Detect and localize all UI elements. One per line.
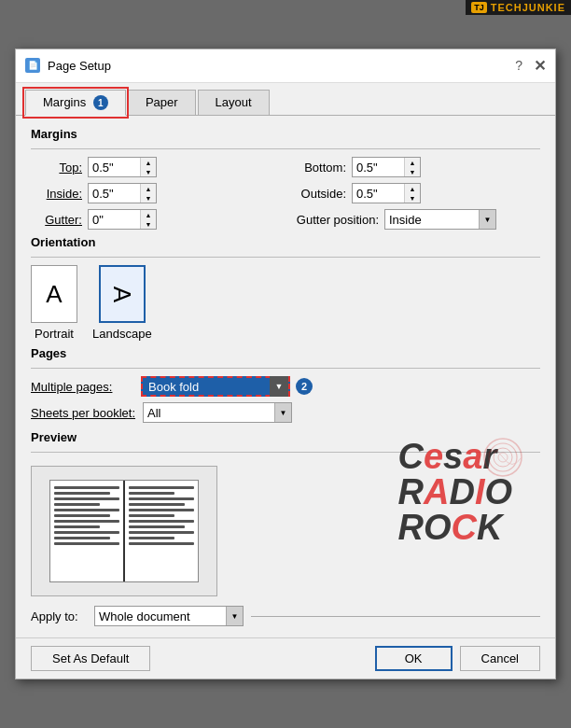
title-bar: 📄 Page Setup ? ✕ — [16, 49, 555, 83]
top-label: Top: — [31, 161, 82, 175]
inside-input[interactable] — [89, 184, 140, 203]
top-spin-up[interactable]: ▲ — [141, 158, 156, 167]
apply-to-label: Apply to: — [31, 609, 87, 623]
landscape-box: A — [99, 265, 146, 323]
watermark-line3: ROCK — [398, 510, 512, 545]
apply-divider-line — [251, 616, 540, 617]
tab-layout[interactable]: Layout — [198, 90, 270, 117]
multiple-pages-dropdown[interactable]: Book fold ▼ — [141, 376, 290, 397]
outside-spin-up[interactable]: ▲ — [405, 184, 420, 193]
page-setup-dialog: 📄 Page Setup ? ✕ Margins 1 Paper Layout — [15, 49, 556, 680]
apply-to-arrow: ▼ — [226, 607, 243, 625]
outside-spin[interactable]: ▲ ▼ — [352, 183, 421, 203]
tab-paper[interactable]: Paper — [128, 90, 196, 117]
help-button[interactable]: ? — [515, 58, 522, 73]
bottom-margin-row: Bottom: ▲ ▼ — [295, 157, 540, 177]
tab-bar: Margins 1 Paper Layout — [16, 83, 555, 116]
margins-form: Top: ▲ ▼ Bottom: ▲ — [31, 157, 540, 230]
dialog-icon: 📄 — [25, 58, 40, 73]
portrait-icon: A — [46, 280, 62, 309]
top-margin-row: Top: ▲ ▼ — [31, 157, 276, 177]
gutter-spin[interactable]: ▲ ▼ — [88, 209, 157, 230]
preview-box — [31, 466, 217, 596]
orientation-section: Orientation A Portrait A Landscape — [31, 235, 540, 341]
sheets-per-booklet-row: Sheets per booklet: All ▼ — [31, 402, 540, 423]
gutter-label: Gutter: — [31, 213, 82, 227]
top-spin[interactable]: ▲ ▼ — [88, 157, 157, 177]
watermark: Cesar RADIO ROCK — [398, 439, 512, 545]
bottom-spin-down[interactable]: ▼ — [405, 167, 420, 176]
apply-to-row: Apply to: Whole document This section Th… — [31, 606, 540, 626]
apply-to-select[interactable]: Whole document This section This point f… — [95, 607, 226, 625]
logo-icon: TJ — [471, 2, 487, 13]
orientation-options: A Portrait A Landscape — [31, 265, 540, 341]
bottom-input[interactable] — [353, 158, 404, 176]
landscape-option[interactable]: A Landscape — [92, 265, 152, 341]
pages-title: Pages — [31, 346, 540, 360]
book-preview — [49, 480, 199, 582]
margins-section-title: Margins — [31, 127, 540, 141]
inside-label: Inside: — [31, 187, 82, 201]
gutter-spin-down[interactable]: ▼ — [141, 219, 156, 229]
pages-badge-2: 2 — [296, 378, 313, 395]
inside-margin-row: Inside: ▲ ▼ — [31, 183, 276, 203]
gutter-position-arrow: ▼ — [479, 210, 495, 229]
fingerprint-icon — [480, 434, 526, 481]
ok-cancel-group: OK Cancel — [375, 646, 540, 671]
tab-badge-1: 1 — [93, 95, 108, 110]
bottom-label: Bottom: — [295, 161, 346, 175]
top-bar: TJ TECHJUNKIE — [466, 0, 571, 15]
bottom-spin[interactable]: ▲ ▼ — [352, 157, 421, 177]
landscape-label: Landscape — [92, 327, 152, 341]
orientation-title: Orientation — [31, 235, 540, 249]
landscape-icon: A — [107, 287, 136, 302]
top-input[interactable] — [89, 158, 140, 176]
multiple-pages-label: Multiple pages: — [31, 380, 133, 394]
multiple-pages-arrow: ▼ — [270, 376, 288, 397]
ok-button[interactable]: OK — [375, 646, 453, 671]
preview-left-page — [50, 481, 125, 581]
outside-label: Outside: — [295, 187, 346, 201]
gutter-position-select[interactable]: Inside Left Top — [385, 210, 479, 229]
tab-margins[interactable]: Margins 1 — [25, 90, 126, 117]
sheets-select[interactable]: All — [144, 403, 274, 422]
close-button[interactable]: ✕ — [534, 57, 546, 75]
pages-section: Pages Multiple pages: Book fold ▼ 2 Shee… — [31, 346, 540, 423]
gutter-position-select-wrap[interactable]: Inside Left Top ▼ — [384, 209, 496, 230]
inside-spin-down[interactable]: ▼ — [141, 193, 156, 203]
brand-label: TECHJUNKIE — [491, 2, 565, 13]
bottom-bar: Set As Default OK Cancel — [16, 637, 555, 679]
sheets-arrow: ▼ — [274, 403, 291, 422]
gutter-input[interactable] — [89, 210, 140, 229]
portrait-option[interactable]: A Portrait — [31, 265, 77, 341]
portrait-label: Portrait — [35, 327, 74, 341]
dialog-content: Margins Top: ▲ ▼ Bottom: — [16, 115, 555, 637]
preview-section: Preview — [31, 430, 540, 596]
gutter-position-row: Gutter position: Inside Left Top ▼ — [295, 209, 540, 230]
set-as-default-button[interactable]: Set As Default — [31, 646, 150, 671]
sheets-label: Sheets per booklet: — [31, 406, 135, 420]
gutter-row: Gutter: ▲ ▼ — [31, 209, 276, 230]
outside-spin-down[interactable]: ▼ — [405, 193, 420, 203]
sheets-dropdown-wrap[interactable]: All ▼ — [143, 402, 292, 423]
cancel-button[interactable]: Cancel — [460, 646, 540, 671]
gutter-spin-up[interactable]: ▲ — [141, 210, 156, 219]
gutter-position-label: Gutter position: — [295, 213, 379, 227]
apply-to-dropdown-wrap[interactable]: Whole document This section This point f… — [94, 606, 244, 626]
outside-input[interactable] — [353, 184, 404, 203]
dialog-title: Page Setup — [48, 59, 111, 73]
multiple-pages-value: Book fold — [148, 380, 270, 394]
portrait-box: A — [31, 265, 77, 323]
multiple-pages-row: Multiple pages: Book fold ▼ 2 — [31, 376, 540, 397]
inside-spin[interactable]: ▲ ▼ — [88, 183, 157, 203]
top-spin-down[interactable]: ▼ — [141, 167, 156, 176]
inside-spin-up[interactable]: ▲ — [141, 184, 156, 193]
bottom-spin-up[interactable]: ▲ — [405, 158, 420, 167]
preview-right-page — [125, 481, 198, 581]
outside-margin-row: Outside: ▲ ▼ — [295, 183, 540, 203]
